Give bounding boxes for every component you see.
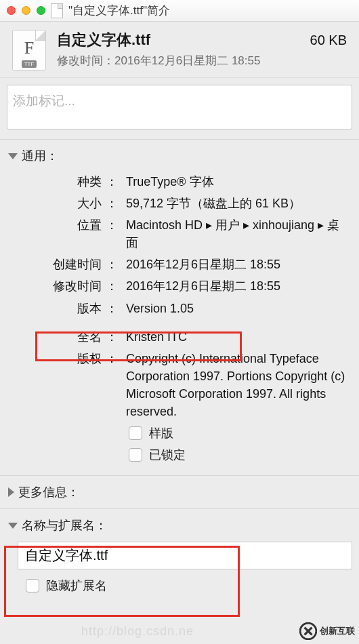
- hide-extension-checkbox[interactable]: [26, 579, 39, 592]
- section-name-ext-header[interactable]: 名称与扩展名：: [8, 515, 351, 536]
- window-controls: [7, 6, 45, 15]
- tags-field[interactable]: 添加标记...: [7, 85, 352, 129]
- zoom-icon[interactable]: [37, 6, 45, 15]
- filename-input[interactable]: [18, 542, 352, 569]
- section-more-header[interactable]: 更多信息：: [8, 481, 351, 503]
- row-created: 创建时间： 2016年12月6日星期二 18:55: [27, 254, 351, 275]
- row-copyright: 版权： Copyright (c) International Typeface…: [27, 348, 351, 422]
- titlebar-doc-icon: [51, 3, 63, 18]
- close-icon[interactable]: [7, 6, 16, 15]
- section-general: 通用： 种类： TrueType® 字体 大小： 59,712 字节（磁盘上的 …: [0, 139, 359, 475]
- section-more-info: 更多信息：: [0, 475, 359, 508]
- row-version: 版本： Version 1.05: [27, 298, 351, 319]
- file-header: F TTF 自定义字体.ttf 60 KB 修改时间：2016年12月6日星期二…: [0, 22, 359, 78]
- locked-checkbox[interactable]: [129, 448, 142, 462]
- window-title: "自定义字体.ttf"简介: [68, 3, 170, 18]
- row-stationery: 样版: [27, 422, 351, 444]
- file-type-icon: F TTF: [12, 30, 46, 71]
- row-kind: 种类： TrueType® 字体: [27, 171, 351, 193]
- disclosure-down-icon: [8, 153, 18, 159]
- brand-badge: 创新互联: [299, 622, 355, 640]
- stationery-checkbox[interactable]: [129, 426, 142, 440]
- disclosure-down-icon: [8, 523, 18, 529]
- file-size: 60 KB: [310, 33, 347, 48]
- tags-placeholder: 添加标记...: [13, 94, 75, 108]
- file-name: 自定义字体.ttf: [57, 30, 150, 50]
- row-fullname: 全名： Kristen ITC: [27, 326, 351, 348]
- brand-logo-icon: [299, 622, 317, 640]
- row-locked: 已锁定: [27, 444, 351, 466]
- row-location: 位置： Macintosh HD ▸ 用户 ▸ xinhoujiang ▸ 桌面: [27, 214, 351, 254]
- section-general-header[interactable]: 通用：: [8, 145, 351, 167]
- minimize-icon[interactable]: [22, 6, 30, 15]
- disclosure-right-icon: [8, 487, 14, 497]
- row-modified: 修改时间： 2016年12月6日星期二 18:55: [27, 275, 351, 297]
- watermark: http://blog.csdn.ne: [81, 624, 194, 639]
- row-size: 大小： 59,712 字节（磁盘上的 61 KB）: [27, 193, 351, 214]
- modified-line: 修改时间：2016年12月6日星期二 18:55: [57, 53, 347, 68]
- row-hide-extension: 隐藏扩展名: [8, 575, 351, 597]
- section-name-ext: 名称与扩展名： 隐藏扩展名: [0, 508, 359, 602]
- titlebar: "自定义字体.ttf"简介: [0, 0, 359, 22]
